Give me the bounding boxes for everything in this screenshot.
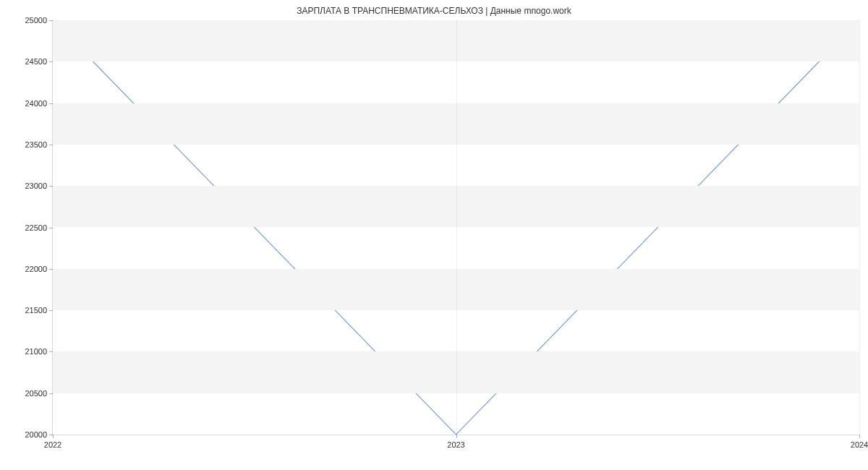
x-tick-label: 2022 bbox=[44, 440, 61, 449]
y-tick-label: 25000 bbox=[25, 16, 47, 25]
y-tick-label: 23000 bbox=[25, 181, 47, 190]
y-tick-label: 24000 bbox=[25, 99, 47, 108]
y-tick-mark bbox=[49, 20, 53, 21]
x-tick-mark bbox=[456, 435, 457, 438]
plot-area: 2000020500210002150022000225002300023500… bbox=[52, 20, 859, 435]
y-tick-label: 23500 bbox=[25, 140, 47, 149]
y-tick-mark bbox=[49, 145, 53, 145]
chart-container: ЗАРПЛАТА В ТРАНСПНЕВМАТИКА-СЕЛЬХОЗ | Дан… bbox=[0, 0, 868, 470]
y-tick-label: 20500 bbox=[25, 389, 47, 398]
y-tick-label: 22500 bbox=[25, 223, 47, 232]
chart-title: ЗАРПЛАТА В ТРАНСПНЕВМАТИКА-СЕЛЬХОЗ | Дан… bbox=[0, 0, 868, 16]
y-tick-label: 20000 bbox=[25, 430, 47, 439]
y-tick-mark bbox=[49, 61, 53, 62]
x-grid-line bbox=[859, 20, 860, 435]
y-tick-mark bbox=[49, 269, 53, 270]
y-tick-label: 22000 bbox=[25, 265, 47, 273]
x-tick-mark bbox=[53, 435, 54, 438]
y-tick-label: 21000 bbox=[25, 347, 47, 356]
y-tick-mark bbox=[49, 103, 53, 104]
y-tick-mark bbox=[49, 351, 53, 352]
x-grid-line bbox=[456, 20, 457, 435]
x-tick-label: 2024 bbox=[851, 440, 868, 449]
y-tick-mark bbox=[49, 228, 53, 228]
y-tick-mark bbox=[49, 186, 53, 187]
y-tick-label: 21500 bbox=[25, 306, 47, 315]
x-tick-label: 2023 bbox=[447, 440, 464, 449]
y-tick-label: 24500 bbox=[25, 57, 47, 66]
x-tick-mark bbox=[859, 435, 860, 438]
y-tick-mark bbox=[49, 310, 53, 311]
y-tick-mark bbox=[49, 393, 53, 394]
